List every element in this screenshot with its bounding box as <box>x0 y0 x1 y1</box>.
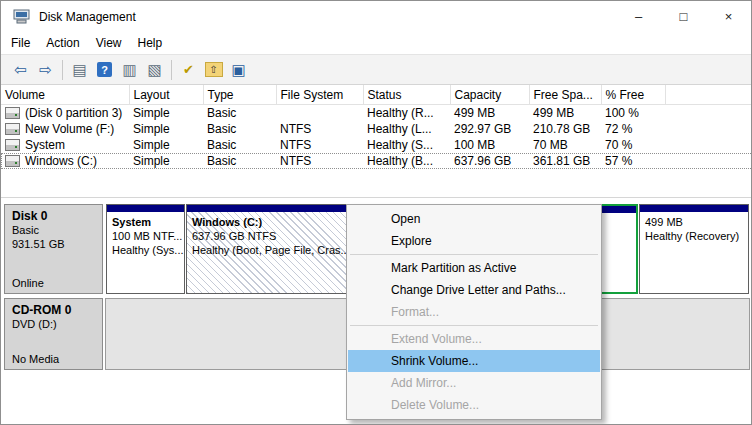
cell-free-space: 361.81 GB <box>529 153 601 169</box>
column-header-layout[interactable]: Layout <box>129 85 203 105</box>
menu-item-open[interactable]: Open <box>348 208 600 230</box>
window-title: Disk Management <box>39 10 136 24</box>
cell-type: Basic <box>203 105 276 122</box>
column-header-pct-free[interactable]: % Free <box>601 85 665 105</box>
menu-view[interactable]: View <box>88 33 130 53</box>
cell-capacity: 637.96 GB <box>450 153 529 169</box>
cell-status: Healthy (S... <box>363 137 450 153</box>
volume-icon <box>5 155 20 167</box>
volume-name: New Volume (F:) <box>25 122 114 136</box>
menu-separator <box>350 325 598 326</box>
menu-file[interactable]: File <box>3 33 38 53</box>
cell-free-space: 499 MB <box>529 105 601 122</box>
window-controls: – □ × <box>616 1 751 32</box>
menu-item-mark-partition-active[interactable]: Mark Partition as Active <box>348 257 600 279</box>
menu-separator <box>350 254 598 255</box>
menu-item-delete-volume: Delete Volume... <box>348 394 600 416</box>
table-header-row: Volume Layout Type File System Status Ca… <box>1 85 752 105</box>
cell-type: Basic <box>203 121 276 137</box>
volume-name: (Disk 0 partition 3) <box>25 106 122 120</box>
cell-file-system: NTFS <box>276 153 363 169</box>
cell-status: Healthy (L... <box>363 121 450 137</box>
cdrom-kind: DVD (D:) <box>12 317 95 331</box>
disk-management-window: Disk Management – □ × File Action View H… <box>0 0 752 425</box>
column-header-capacity[interactable]: Capacity <box>450 85 529 105</box>
mark-check-icon[interactable]: ✔ <box>176 58 201 82</box>
menu-item-format: Format... <box>348 301 600 323</box>
disk0-header[interactable]: Disk 0 Basic 931.51 GB Online <box>4 204 103 294</box>
column-spacer <box>665 85 752 105</box>
cell-free-space: 70 MB <box>529 137 601 153</box>
dialog-icon[interactable]: ▧ <box>142 58 167 82</box>
menu-item-explore[interactable]: Explore <box>348 230 600 252</box>
menubar: File Action View Help <box>1 32 751 54</box>
partition-status: Healthy (Recovery) <box>645 229 743 243</box>
app-icon[interactable] <box>13 9 30 24</box>
cell-layout: Simple <box>129 137 203 153</box>
cell-pct-free: 70 % <box>601 137 665 153</box>
disk0-kind: Basic <box>12 223 95 237</box>
cell-capacity: 292.97 GB <box>450 121 529 137</box>
menu-item-change-drive-letter[interactable]: Change Drive Letter and Paths... <box>348 279 600 301</box>
partition-status: Healthy (Boot, Page File, Cras... <box>192 243 341 257</box>
cell-pct-free: 100 % <box>601 105 665 122</box>
volume-list: Volume Layout Type File System Status Ca… <box>1 85 751 169</box>
cell-layout: Simple <box>129 153 203 169</box>
cell-pct-free: 72 % <box>601 121 665 137</box>
menu-action[interactable]: Action <box>38 33 87 53</box>
cell-file-system: NTFS <box>276 137 363 153</box>
partition-status: Healthy (Sys... <box>112 243 179 257</box>
column-header-type[interactable]: Type <box>203 85 276 105</box>
back-icon[interactable]: ⇦ <box>8 58 33 82</box>
column-header-free-space[interactable]: Free Spa... <box>529 85 601 105</box>
folder-up-icon[interactable]: ⇧ <box>201 58 226 82</box>
partition-name: System <box>112 215 179 229</box>
cdrom-name: CD-ROM 0 <box>12 303 95 317</box>
column-header-status[interactable]: Status <box>363 85 450 105</box>
volume-row-new-volume-f[interactable]: New Volume (F:) Simple Basic NTFS Health… <box>1 121 752 137</box>
disk0-size: 931.51 GB <box>12 237 95 251</box>
volume-name: Windows (C:) <box>25 154 97 168</box>
volume-row-windows-c[interactable]: Windows (C:) Simple Basic NTFS Healthy (… <box>1 153 752 169</box>
show-console-tree-icon[interactable]: ▤ <box>67 58 92 82</box>
volume-name: System <box>25 138 65 152</box>
toolbar: ⇦ ⇨ ▤ ? ▥ ▧ ✔ ⇧ ▣ <box>1 54 751 85</box>
show-action-pane-icon[interactable]: ▥ <box>117 58 142 82</box>
toolbar-separator <box>62 60 63 80</box>
cell-capacity: 100 MB <box>450 137 529 153</box>
disk0-name: Disk 0 <box>12 209 95 223</box>
partition-name: Windows (C:) <box>192 215 341 229</box>
partition-color-stripe <box>640 205 748 212</box>
help-icon[interactable]: ? <box>92 58 117 82</box>
cdrom-header[interactable]: CD-ROM 0 DVD (D:) No Media <box>4 298 103 370</box>
cell-type: Basic <box>203 137 276 153</box>
maximize-icon[interactable]: □ <box>661 1 706 32</box>
cell-file-system <box>276 105 363 122</box>
cdrom-status: No Media <box>12 353 95 365</box>
volume-row-disk0-partition3[interactable]: (Disk 0 partition 3) Simple Basic Health… <box>1 105 752 122</box>
column-header-file-system[interactable]: File System <box>276 85 363 105</box>
volume-icon <box>5 123 20 135</box>
volume-row-system[interactable]: System Simple Basic NTFS Healthy (S... 1… <box>1 137 752 153</box>
volume-icon <box>5 139 20 151</box>
menu-help[interactable]: Help <box>130 33 171 53</box>
menu-item-add-mirror: Add Mirror... <box>348 372 600 394</box>
cell-file-system: NTFS <box>276 121 363 137</box>
column-header-volume[interactable]: Volume <box>1 85 129 105</box>
cell-status: Healthy (R... <box>363 105 450 122</box>
forward-icon[interactable]: ⇨ <box>33 58 58 82</box>
partition-size: 100 MB NTF... <box>112 229 179 243</box>
partition-color-stripe <box>187 205 346 212</box>
cell-type: Basic <box>203 153 276 169</box>
cell-capacity: 499 MB <box>450 105 529 122</box>
partition-size: 499 MB <box>645 215 743 229</box>
partition-system[interactable]: System 100 MB NTF... Healthy (Sys... <box>106 204 185 294</box>
minimize-icon[interactable]: – <box>616 1 661 32</box>
screen-icon[interactable]: ▣ <box>226 58 251 82</box>
close-icon[interactable]: × <box>706 1 751 32</box>
partition-recovery[interactable]: 499 MB Healthy (Recovery) <box>639 204 749 294</box>
partition-windows-c[interactable]: Windows (C:) 637.96 GB NTFS Healthy (Boo… <box>186 204 347 294</box>
menu-item-shrink-volume[interactable]: Shrink Volume... <box>348 350 600 372</box>
toolbar-separator <box>171 60 172 80</box>
cell-layout: Simple <box>129 121 203 137</box>
